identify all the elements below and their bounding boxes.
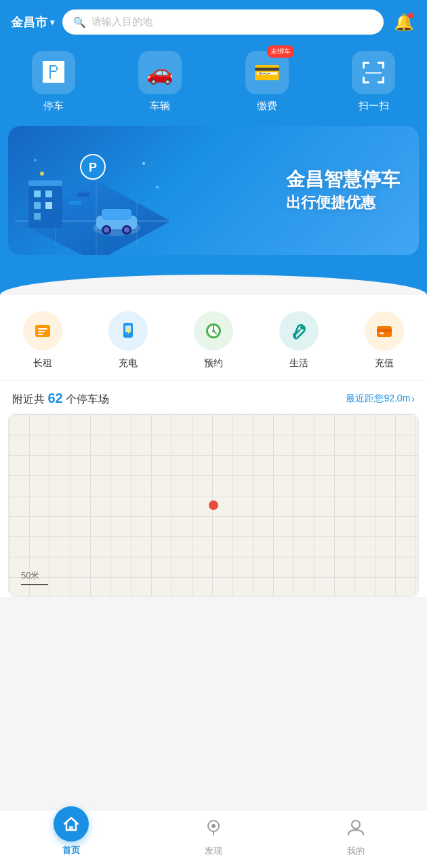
long-rent-label: 长租 [33, 357, 52, 370]
unbound-badge: 未绑车 [267, 45, 294, 58]
nav-item-profile[interactable]: 我的 [285, 817, 427, 857]
banner-title: 金昌智慧停车 [286, 167, 400, 192]
city-name: 金昌市 [11, 14, 47, 31]
reservation-icon [194, 311, 233, 351]
topup-label: 充值 [375, 357, 394, 370]
svg-point-36 [35, 159, 37, 161]
long-rent-icon [23, 311, 62, 351]
scale-line [21, 584, 48, 585]
app-header: 金昌市 ▾ 🔍 请输入目的地 🔔 [0, 0, 427, 44]
distance-text: 最近距您92.0m [346, 393, 410, 405]
svg-rect-51 [377, 329, 392, 332]
banner-illustration: P [8, 126, 178, 255]
scan-label: 扫一扫 [359, 100, 389, 113]
svg-rect-25 [102, 209, 131, 220]
nav-profile-label: 我的 [347, 845, 365, 857]
svg-rect-1 [363, 62, 365, 68]
search-bar[interactable]: 🔍 请输入目的地 [62, 9, 384, 35]
svg-rect-16 [34, 191, 41, 197]
search-placeholder: 请输入目的地 [92, 16, 152, 28]
menu-item-vehicle[interactable]: 🚗 车辆 [107, 51, 214, 113]
payment-icon: 💳 [253, 60, 281, 85]
svg-point-35 [156, 186, 159, 189]
charging-icon [108, 311, 148, 351]
banner-wrap: P 金昌智慧停车 出行便捷优惠 [0, 126, 427, 275]
svg-rect-19 [45, 202, 52, 209]
parking-label: 停车 [43, 100, 64, 113]
scan-icon-wrap [352, 51, 395, 94]
svg-rect-40 [38, 334, 43, 335]
wave-divider [0, 275, 427, 295]
map-scale: 50米 [21, 570, 48, 585]
scan-icon [361, 60, 386, 85]
promo-banner[interactable]: P 金昌智慧停车 出行便捷优惠 [8, 126, 419, 255]
svg-rect-30 [69, 201, 81, 205]
svg-rect-7 [382, 77, 384, 83]
nav-home-label: 首页 [62, 844, 80, 856]
profile-icon [346, 817, 366, 842]
parking-icon-wrap: 🅿 [32, 51, 75, 94]
distance-arrow-icon: › [411, 393, 415, 404]
svg-point-57 [352, 821, 360, 829]
nearby-suffix: 个停车场 [63, 393, 109, 405]
notification-bell[interactable]: 🔔 [392, 10, 416, 35]
vehicle-icon: 🚗 [146, 60, 174, 85]
nearby-count: 62 [47, 391, 62, 406]
sec-menu-long-rent[interactable]: 长租 [0, 311, 85, 370]
map-area[interactable]: 50米 [8, 414, 419, 597]
scale-label: 50米 [21, 570, 39, 580]
city-chevron-icon: ▾ [50, 18, 54, 27]
discover-icon [203, 817, 224, 842]
menu-item-parking[interactable]: 🅿 停车 [0, 51, 107, 113]
nav-item-discover[interactable]: 发现 [142, 817, 285, 857]
parking-icon: 🅿 [43, 60, 64, 85]
home-icon [54, 806, 89, 842]
sec-menu-life[interactable]: 生活 [256, 311, 342, 370]
payment-icon-wrap: 💳 未绑车 [245, 51, 289, 94]
bottom-spacer [0, 604, 427, 665]
svg-point-34 [142, 162, 145, 165]
white-section: 长租 充电 [0, 295, 427, 597]
svg-rect-17 [45, 191, 52, 197]
bottom-navigation: 首页 发现 我的 [0, 810, 427, 868]
svg-point-48 [212, 330, 215, 332]
svg-rect-53 [69, 826, 73, 830]
life-icon [279, 311, 319, 351]
svg-point-29 [124, 227, 129, 233]
menu-item-payment[interactable]: 💳 未绑车 缴费 [214, 51, 321, 113]
nearby-distance[interactable]: 最近距您92.0m › [346, 393, 415, 405]
nav-discover-label: 发现 [205, 845, 222, 857]
city-selector[interactable]: 金昌市 ▾ [11, 14, 54, 31]
life-label: 生活 [289, 357, 308, 370]
svg-rect-5 [363, 77, 365, 83]
vehicle-icon-wrap: 🚗 [138, 51, 182, 94]
nearby-prefix: 附近共 [12, 393, 47, 405]
sec-menu-reservation[interactable]: 预约 [171, 311, 256, 370]
svg-rect-52 [380, 332, 384, 334]
topup-icon [365, 311, 404, 351]
svg-rect-18 [34, 202, 41, 209]
reservation-label: 预约 [204, 357, 223, 370]
charging-label: 充电 [119, 357, 138, 370]
menu-item-scan[interactable]: 扫一扫 [321, 51, 428, 113]
svg-rect-15 [28, 180, 62, 186]
sec-menu-charging[interactable]: 充电 [85, 311, 171, 370]
payment-label: 缴费 [257, 100, 277, 113]
nearby-title: 附近共 62 个停车场 [12, 391, 109, 407]
notification-dot [408, 13, 413, 18]
nearby-header: 附近共 62 个停车场 最近距您92.0m › [0, 380, 427, 414]
nav-item-home[interactable]: 首页 [0, 818, 142, 856]
svg-point-55 [211, 824, 216, 828]
svg-rect-39 [38, 331, 45, 332]
banner-subtitle: 出行便捷优惠 [286, 193, 400, 214]
svg-text:P: P [89, 161, 97, 174]
vehicle-label: 车辆 [150, 100, 170, 113]
map-location-dot [209, 500, 218, 510]
svg-rect-8 [365, 73, 382, 74]
top-menu: 🅿 停车 🚗 车辆 💳 未绑车 缴费 [0, 44, 427, 126]
secondary-menu: 长租 充电 [0, 295, 427, 380]
banner-text-block: 金昌智慧停车 出行便捷优惠 [286, 167, 419, 213]
sec-menu-topup[interactable]: 充值 [342, 311, 427, 370]
svg-point-33 [40, 172, 44, 176]
svg-point-27 [104, 227, 109, 233]
